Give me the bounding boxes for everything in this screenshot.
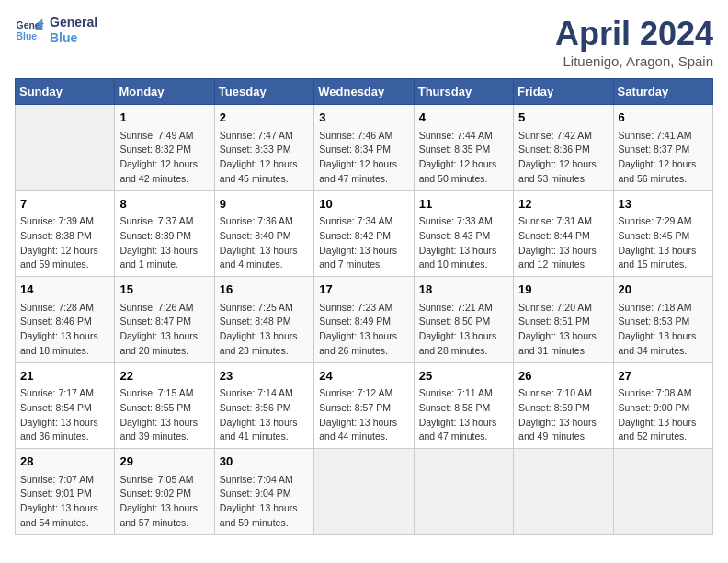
calendar-cell: 8Sunrise: 7:37 AM Sunset: 8:39 PM Daylig…: [115, 190, 214, 277]
day-number: 30: [220, 453, 309, 471]
logo-line2: Blue: [50, 30, 97, 46]
location-title: Lituenigo, Aragon, Spain: [555, 53, 713, 69]
day-info: Sunrise: 7:23 AM Sunset: 8:49 PM Dayligh…: [319, 301, 408, 359]
calendar-day-header: Saturday: [613, 79, 712, 105]
day-number: 6: [619, 109, 708, 127]
day-info: Sunrise: 7:36 AM Sunset: 8:40 PM Dayligh…: [220, 214, 309, 272]
calendar-week-row: 21Sunrise: 7:17 AM Sunset: 8:54 PM Dayli…: [16, 362, 713, 449]
day-info: Sunrise: 7:33 AM Sunset: 8:43 PM Dayligh…: [419, 214, 508, 272]
calendar-cell: 6Sunrise: 7:41 AM Sunset: 8:37 PM Daylig…: [613, 105, 712, 191]
day-info: Sunrise: 7:37 AM Sunset: 8:39 PM Dayligh…: [119, 214, 209, 272]
day-info: Sunrise: 7:49 AM Sunset: 8:32 PM Dayligh…: [119, 129, 209, 187]
calendar-week-row: 28Sunrise: 7:07 AM Sunset: 9:01 PM Dayli…: [16, 449, 713, 535]
day-number: 17: [319, 281, 408, 299]
day-info: Sunrise: 7:41 AM Sunset: 8:37 PM Dayligh…: [619, 129, 708, 187]
day-number: 21: [20, 367, 109, 385]
calendar-cell: 30Sunrise: 7:04 AM Sunset: 9:04 PM Dayli…: [214, 449, 313, 535]
day-number: 3: [319, 109, 408, 127]
calendar-cell: 22Sunrise: 7:15 AM Sunset: 8:55 PM Dayli…: [115, 362, 214, 449]
day-number: 16: [220, 281, 309, 299]
calendar-week-row: 7Sunrise: 7:39 AM Sunset: 8:38 PM Daylig…: [16, 190, 713, 277]
day-number: 1: [119, 109, 209, 127]
day-number: 10: [319, 195, 408, 213]
day-number: 26: [518, 367, 608, 385]
day-info: Sunrise: 7:20 AM Sunset: 8:51 PM Dayligh…: [518, 301, 608, 359]
logo-line1: General: [50, 15, 97, 30]
day-info: Sunrise: 7:08 AM Sunset: 9:00 PM Dayligh…: [619, 386, 708, 444]
day-info: Sunrise: 7:12 AM Sunset: 8:57 PM Dayligh…: [319, 386, 408, 444]
day-number: 23: [220, 367, 309, 385]
calendar-cell: 20Sunrise: 7:18 AM Sunset: 8:53 PM Dayli…: [613, 277, 712, 363]
day-number: 22: [119, 367, 209, 385]
calendar-day-header: Wednesday: [314, 79, 414, 105]
page-header: General Blue General Blue April 2024 Lit…: [15, 15, 713, 69]
calendar-day-header: Monday: [115, 79, 214, 105]
day-info: Sunrise: 7:05 AM Sunset: 9:02 PM Dayligh…: [119, 473, 209, 531]
calendar-cell: 4Sunrise: 7:44 AM Sunset: 8:35 PM Daylig…: [414, 105, 513, 191]
svg-text:Blue: Blue: [17, 30, 38, 40]
day-number: 2: [220, 109, 309, 127]
logo-icon: General Blue: [15, 16, 44, 45]
calendar-cell: [314, 449, 414, 535]
calendar-cell: [414, 449, 513, 535]
calendar-cell: 25Sunrise: 7:11 AM Sunset: 8:58 PM Dayli…: [414, 362, 513, 449]
calendar-day-header: Tuesday: [214, 79, 313, 105]
calendar-cell: [514, 449, 613, 535]
day-info: Sunrise: 7:31 AM Sunset: 8:44 PM Dayligh…: [518, 214, 608, 272]
day-info: Sunrise: 7:18 AM Sunset: 8:53 PM Dayligh…: [619, 301, 708, 359]
day-number: 13: [619, 195, 708, 213]
calendar-cell: [613, 449, 712, 535]
day-info: Sunrise: 7:21 AM Sunset: 8:50 PM Dayligh…: [419, 301, 508, 359]
svg-marker-2: [39, 21, 43, 30]
day-info: Sunrise: 7:15 AM Sunset: 8:55 PM Dayligh…: [119, 386, 209, 444]
day-info: Sunrise: 7:44 AM Sunset: 8:35 PM Dayligh…: [419, 129, 508, 187]
calendar-cell: 16Sunrise: 7:25 AM Sunset: 8:48 PM Dayli…: [214, 277, 313, 363]
logo: General Blue General Blue: [15, 15, 97, 46]
day-info: Sunrise: 7:47 AM Sunset: 8:33 PM Dayligh…: [220, 129, 309, 187]
day-number: 29: [119, 453, 209, 471]
calendar-cell: 2Sunrise: 7:47 AM Sunset: 8:33 PM Daylig…: [214, 105, 313, 191]
day-info: Sunrise: 7:11 AM Sunset: 8:58 PM Dayligh…: [419, 386, 508, 444]
day-info: Sunrise: 7:46 AM Sunset: 8:34 PM Dayligh…: [319, 129, 408, 187]
day-info: Sunrise: 7:10 AM Sunset: 8:59 PM Dayligh…: [518, 386, 608, 444]
calendar-cell: 9Sunrise: 7:36 AM Sunset: 8:40 PM Daylig…: [214, 190, 313, 277]
day-number: 4: [419, 109, 508, 127]
calendar-day-header: Thursday: [414, 79, 513, 105]
calendar-day-header: Friday: [514, 79, 613, 105]
day-info: Sunrise: 7:04 AM Sunset: 9:04 PM Dayligh…: [220, 473, 309, 531]
calendar-cell: 26Sunrise: 7:10 AM Sunset: 8:59 PM Dayli…: [514, 362, 613, 449]
day-number: 7: [20, 195, 109, 213]
calendar-cell: 12Sunrise: 7:31 AM Sunset: 8:44 PM Dayli…: [514, 190, 613, 277]
calendar-cell: 15Sunrise: 7:26 AM Sunset: 8:47 PM Dayli…: [115, 277, 214, 363]
calendar-cell: 1Sunrise: 7:49 AM Sunset: 8:32 PM Daylig…: [115, 105, 214, 191]
calendar-cell: 24Sunrise: 7:12 AM Sunset: 8:57 PM Dayli…: [314, 362, 414, 449]
day-number: 20: [619, 281, 708, 299]
day-number: 18: [419, 281, 508, 299]
day-info: Sunrise: 7:42 AM Sunset: 8:36 PM Dayligh…: [518, 129, 608, 187]
calendar-cell: 11Sunrise: 7:33 AM Sunset: 8:43 PM Dayli…: [414, 190, 513, 277]
calendar-cell: 19Sunrise: 7:20 AM Sunset: 8:51 PM Dayli…: [514, 277, 613, 363]
calendar-cell: 27Sunrise: 7:08 AM Sunset: 9:00 PM Dayli…: [613, 362, 712, 449]
month-title: April 2024: [555, 15, 713, 53]
day-number: 24: [319, 367, 408, 385]
day-number: 5: [518, 109, 608, 127]
day-info: Sunrise: 7:26 AM Sunset: 8:47 PM Dayligh…: [119, 301, 209, 359]
calendar-cell: 3Sunrise: 7:46 AM Sunset: 8:34 PM Daylig…: [314, 105, 414, 191]
calendar-cell: 28Sunrise: 7:07 AM Sunset: 9:01 PM Dayli…: [16, 449, 115, 535]
day-info: Sunrise: 7:29 AM Sunset: 8:45 PM Dayligh…: [619, 214, 708, 272]
calendar-cell: [16, 105, 115, 191]
day-number: 8: [119, 195, 209, 213]
day-number: 15: [119, 281, 209, 299]
day-info: Sunrise: 7:14 AM Sunset: 8:56 PM Dayligh…: [220, 386, 309, 444]
day-number: 19: [518, 281, 608, 299]
calendar-cell: 5Sunrise: 7:42 AM Sunset: 8:36 PM Daylig…: [514, 105, 613, 191]
calendar-day-header: Sunday: [16, 79, 115, 105]
day-info: Sunrise: 7:25 AM Sunset: 8:48 PM Dayligh…: [220, 301, 309, 359]
calendar-week-row: 1Sunrise: 7:49 AM Sunset: 8:32 PM Daylig…: [16, 105, 713, 191]
calendar-cell: 21Sunrise: 7:17 AM Sunset: 8:54 PM Dayli…: [16, 362, 115, 449]
calendar-cell: 7Sunrise: 7:39 AM Sunset: 8:38 PM Daylig…: [16, 190, 115, 277]
day-number: 9: [220, 195, 309, 213]
calendar-table: SundayMondayTuesdayWednesdayThursdayFrid…: [15, 78, 713, 535]
day-number: 14: [20, 281, 109, 299]
calendar-cell: 14Sunrise: 7:28 AM Sunset: 8:46 PM Dayli…: [16, 277, 115, 363]
